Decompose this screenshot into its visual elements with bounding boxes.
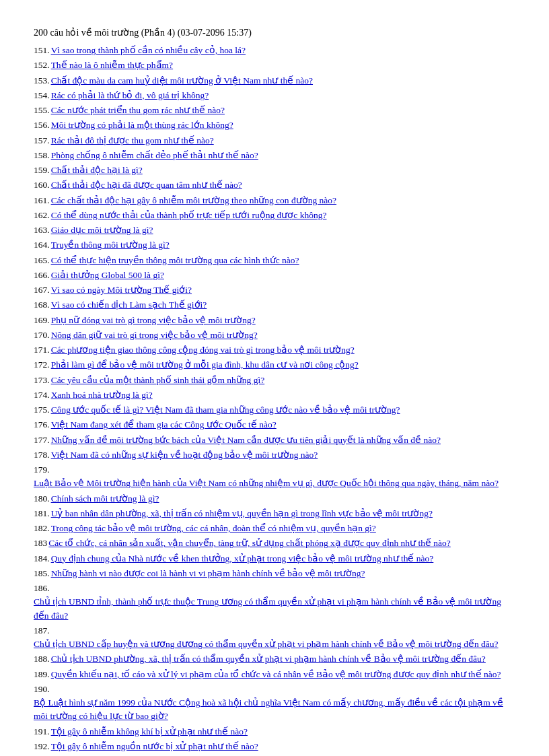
list-item: 180. Chính sách môi trường là gì?	[34, 492, 515, 506]
question-number: 157.	[34, 134, 50, 147]
question-link[interactable]: Quy định chung của Nhà nước về khen thưở…	[51, 552, 434, 565]
list-item: 187. Chủ tịch UBND cấp huyện và tương đư…	[34, 624, 515, 652]
list-item: 175. Công ước quốc tế là gì? Việt Nam đã…	[34, 403, 515, 417]
list-item: 174. Xanh hoá nhà trường là gì?	[34, 388, 515, 402]
question-link[interactable]: Quyền khiếu nại, tố cáo và xử lý vi phạm…	[51, 668, 501, 681]
question-number: 187.	[34, 624, 50, 638]
list-item: 184. Quy định chung của Nhà nước về khen…	[34, 552, 515, 565]
list-item: 177. Những vấn đề môi trường bức bách củ…	[34, 434, 515, 447]
list-item: 190. Bộ Luật hình sự năm 1999 của Nước C…	[34, 683, 515, 724]
question-number: 167.	[34, 283, 50, 297]
question-link[interactable]: Rác có phải là thứ bỏ đi, vô giá trị khô…	[51, 89, 209, 102]
list-item: 169. Phụ nữ đóng vai trò gì trong việc b…	[34, 314, 515, 327]
list-item: 170. Nông dân giữ vai trò gì trong việc …	[34, 329, 515, 342]
question-link[interactable]: Giải thưởng Global 500 là gì?	[51, 269, 164, 282]
question-link[interactable]: Bộ Luật hình sự năm 1999 của Nước Cộng h…	[34, 696, 515, 724]
question-link[interactable]: Các tổ chức, cá nhân sản xuất, vận chuyể…	[48, 537, 451, 550]
list-item: 189. Quyền khiếu nại, tố cáo và xử lý vi…	[34, 668, 515, 681]
question-link[interactable]: Truyền thông môi trường là gì?	[51, 238, 170, 252]
question-number: 171.	[34, 343, 50, 357]
list-item: 182. Trong công tác bảo vệ môi trường, c…	[34, 522, 515, 535]
list-item: 179. Luật Bảo vệ Môi trường hiện hành củ…	[34, 463, 515, 491]
list-item: 185. Những hành vi nào được coi là hành …	[34, 567, 515, 580]
question-number: 181.	[34, 507, 50, 520]
question-link[interactable]: Chính sách môi trường là gì?	[51, 492, 159, 506]
question-link[interactable]: Tội gây ô nhiễm nguồn nước bị xử phạt nh…	[51, 740, 258, 753]
list-item: 176. Việt Nam đang xét để tham gia các C…	[34, 418, 515, 432]
question-number: 173.	[34, 374, 50, 387]
question-number: 186.	[34, 582, 50, 595]
question-link[interactable]: Công ước quốc tế là gì? Việt Nam đã tham…	[51, 403, 400, 417]
question-link[interactable]: Chất thải độc hại đã được quan tâm như t…	[51, 178, 242, 192]
question-link[interactable]: Những vấn đề môi trường bức bách của Việ…	[51, 434, 441, 447]
list-item: 156. Môi trường có phải là một thùng rác…	[34, 118, 515, 132]
list-item: 160. Chất thải độc hại đã được quan tâm …	[34, 178, 515, 192]
question-link[interactable]: Thế nào là ô nhiễm thực phẩm?	[51, 59, 173, 72]
question-link[interactable]: Phụ nữ đóng vai trò gì trong việc bảo vệ…	[51, 314, 256, 327]
list-item: 173. Các yêu cầu của một thành phố sinh …	[34, 374, 515, 387]
question-link[interactable]: Chủ tịch UBND cấp huyện và tương đương c…	[34, 638, 499, 651]
question-link[interactable]: Vì sao có chiến dịch Làm sạch Thế giới?	[51, 298, 207, 312]
question-number: 152.	[34, 59, 50, 72]
question-link[interactable]: Các chất thải độc hại gây ô nhiễm môi tr…	[51, 194, 336, 207]
list-item: 159. Chất thải độc hại là gì?	[34, 164, 515, 177]
question-number: 155.	[34, 104, 50, 117]
question-number: 184.	[34, 552, 50, 565]
question-link[interactable]: Vì sao trong thành phố cần có nhiều cây …	[51, 44, 246, 57]
question-number: 189.	[34, 668, 50, 681]
question-link[interactable]: Phòng chống ô nhiễm chất dẻo phế thải nh…	[51, 149, 258, 162]
question-number: 179.	[34, 463, 50, 477]
question-number: 165.	[34, 254, 50, 267]
question-link[interactable]: Việt Nam đang xét để tham gia các Công ư…	[51, 418, 277, 432]
question-number: 172.	[34, 358, 50, 372]
question-link[interactable]: Việt Nam đã có những sự kiện về hoạt độn…	[51, 448, 318, 462]
question-number: 151.	[34, 44, 50, 57]
question-number: 168.	[34, 298, 50, 312]
list-item: 162. Có thể dùng nước thải của thành phố…	[34, 209, 515, 222]
question-link[interactable]: Môi trường có phải là một thùng rác lớn …	[51, 118, 233, 132]
list-item: 152. Thế nào là ô nhiễm thực phẩm?	[34, 59, 515, 72]
question-link[interactable]: Các phương tiện giao thông công cộng đón…	[51, 343, 355, 357]
question-link[interactable]: Chất thải độc hại là gì?	[51, 164, 143, 177]
list-item: 188. Chủ tịch UBND phường, xã, thị trấn …	[34, 652, 515, 666]
list-item: 161. Các chất thải độc hại gây ô nhiễm m…	[34, 194, 515, 207]
question-number: 176.	[34, 418, 50, 432]
question-number: 177.	[34, 434, 50, 447]
question-number: 159.	[34, 164, 50, 177]
question-number: 183	[34, 537, 47, 550]
question-number: 163.	[34, 224, 50, 237]
list-item: 151. Vì sao trong thành phố cần có nhiều…	[34, 44, 515, 57]
question-number: 180.	[34, 492, 50, 506]
question-number: 160.	[34, 178, 50, 192]
question-link[interactable]: Phải làm gì để bảo vệ môi trường ở mỗi g…	[51, 358, 359, 372]
question-link[interactable]: Xanh hoá nhà trường là gì?	[51, 388, 153, 402]
question-link[interactable]: Có thể thực hiện truyền thông môi trường…	[51, 254, 299, 267]
question-number: 166.	[34, 269, 50, 282]
question-link[interactable]: Trong công tác bảo vệ môi trường, các cá…	[51, 522, 376, 535]
question-link[interactable]: Nông dân giữ vai trò gì trong việc bảo v…	[51, 329, 258, 342]
question-link[interactable]: Các yêu cầu của một thành phố sinh thái …	[51, 374, 265, 387]
question-link[interactable]: Luật Bảo vệ Môi trường hiện hành của Việ…	[34, 477, 499, 490]
question-link[interactable]: Chủ tịch UBND tỉnh, thành phố trực thuộc…	[34, 595, 515, 623]
question-link[interactable]: Những hành vi nào được coi là hành vi vi…	[51, 567, 365, 580]
list-item: 153. Chất độc màu da cam huỷ diệt môi tr…	[34, 74, 515, 88]
list-item: 165. Có thể thực hiện truyền thông môi t…	[34, 254, 515, 267]
question-link[interactable]: Có thể dùng nước thải của thành phố trực…	[51, 209, 327, 222]
list-item: 155. Các nước phát triển thu gom rác như…	[34, 104, 515, 117]
list-item: 178. Việt Nam đã có những sự kiện về hoạ…	[34, 448, 515, 462]
question-link[interactable]: Giáo dục môi trường là gì?	[51, 224, 153, 237]
question-link[interactable]: Tội gây ô nhiễm không khí bị xử phạt như…	[51, 725, 248, 738]
question-link[interactable]: Vì sao có ngày Môi trường Thế giới?	[51, 283, 192, 297]
question-number: 164.	[34, 238, 50, 252]
list-item: 171. Các phương tiện giao thông công cộn…	[34, 343, 515, 357]
question-link[interactable]: Uỷ ban nhân dân phường, xã, thị trấn có …	[51, 507, 433, 520]
list-item: 191. Tội gây ô nhiễm không khí bị xử phạ…	[34, 725, 515, 738]
question-link[interactable]: Các nước phát triển thu gom rác như thế …	[51, 104, 225, 117]
question-number: 174.	[34, 388, 50, 402]
question-link[interactable]: Chủ tịch UBND phường, xã, thị trấn có th…	[51, 652, 486, 666]
question-link[interactable]: Chất độc màu da cam huỷ diệt môi trường …	[51, 74, 313, 88]
list-item: 168. Vì sao có chiến dịch Làm sạch Thế g…	[34, 298, 515, 312]
question-link[interactable]: Rác thải đô thị được thu gom như thế nào…	[51, 134, 214, 147]
question-number: 192.	[34, 740, 50, 753]
question-list: 151. Vì sao trong thành phố cần có nhiều…	[34, 44, 515, 756]
